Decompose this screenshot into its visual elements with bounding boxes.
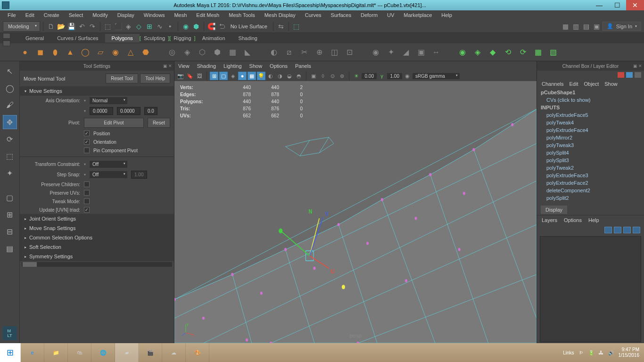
vp-color-icon[interactable]: ◉ xyxy=(403,72,412,80)
cb-menu-object[interactable]: Object xyxy=(584,81,599,87)
vp-colorspace-dropdown[interactable]: sRGB gamma xyxy=(413,73,460,79)
vp-bookmark-icon[interactable]: 🔖 xyxy=(186,72,194,80)
layer-new-sel-icon[interactable] xyxy=(633,227,640,233)
tab-general[interactable]: General xyxy=(19,34,50,42)
select-object-icon[interactable]: ⬛ xyxy=(114,22,123,31)
prism-icon[interactable]: ⬣ xyxy=(140,46,152,58)
maximize-button[interactable]: ☐ xyxy=(608,0,626,10)
save-scene-icon[interactable]: 💾 xyxy=(67,22,76,31)
axis-z-field[interactable]: 0.0 xyxy=(144,107,157,115)
tab-sculpting[interactable]: Sculpting xyxy=(141,34,168,42)
snap-curve-icon[interactable]: ∿ xyxy=(155,22,165,31)
undo-icon[interactable]: ↶ xyxy=(77,22,87,31)
vp-ao-icon[interactable]: ◑ xyxy=(276,72,284,80)
cone-icon[interactable]: ▲ xyxy=(64,46,76,58)
vp-menu-shading[interactable]: Shading xyxy=(197,63,216,69)
vp-gamma-icon[interactable]: γ xyxy=(378,72,386,80)
preserve-children-checkbox[interactable] xyxy=(84,181,90,187)
scale-tool[interactable]: ⬚ xyxy=(3,149,17,163)
menu-uv[interactable]: UV xyxy=(382,11,399,19)
tb-chrome-icon[interactable]: 🌐 xyxy=(91,343,115,362)
vp-camera-icon[interactable]: 📷 xyxy=(176,72,185,80)
preserve-uvs-checkbox[interactable] xyxy=(84,190,90,196)
menu-create[interactable]: Create xyxy=(39,11,64,19)
vp-menu-options[interactable]: Options xyxy=(270,63,288,69)
smooth-icon[interactable]: ◐ xyxy=(268,46,280,58)
cb-menu-channels[interactable]: Channels xyxy=(542,81,563,87)
rotate-tool[interactable]: ⟳ xyxy=(3,132,17,146)
input-item[interactable]: polySplit2 xyxy=(537,194,644,202)
tb-volume-icon[interactable]: 🔊 xyxy=(608,350,614,355)
vp-texture-icon[interactable]: ▦ xyxy=(248,72,256,80)
input-item[interactable]: deleteComponent2 xyxy=(537,187,644,194)
close-panel-icon[interactable]: ✕ xyxy=(638,64,642,68)
tab-curves[interactable]: Curves / Surfaces xyxy=(50,34,105,42)
cvs-item[interactable]: CVs (click to show) xyxy=(537,96,644,104)
display-tab[interactable]: Display xyxy=(541,206,567,214)
isolate-icon[interactable]: ⬚ xyxy=(292,22,301,31)
vp-aa-icon[interactable]: ◓ xyxy=(295,72,303,80)
cb-menu-edit[interactable]: Edit xyxy=(569,81,578,87)
signin-button[interactable]: 👤 Sign In ▾ xyxy=(603,22,641,31)
cb-menu-show[interactable]: Show xyxy=(604,81,618,87)
redo-icon[interactable]: ↷ xyxy=(88,22,97,31)
separate-icon[interactable]: ◈ xyxy=(181,46,193,58)
layers-menu-layers[interactable]: Layers xyxy=(542,217,557,223)
menu-help[interactable]: Help xyxy=(437,11,457,19)
layer-new-icon[interactable] xyxy=(623,227,631,233)
last-tool[interactable]: ✦ xyxy=(3,166,17,180)
menu-modify[interactable]: Modify xyxy=(88,11,112,19)
reset-tool-button[interactable]: Reset Tool xyxy=(106,74,138,83)
cb-red-icon[interactable] xyxy=(618,72,624,78)
boolean-icon[interactable]: ⬡ xyxy=(196,46,208,58)
vp-menu-view[interactable]: View xyxy=(178,63,190,69)
open-scene-icon[interactable]: 📂 xyxy=(57,22,66,31)
shelf-gear-icon[interactable] xyxy=(3,41,10,46)
move-snap-header[interactable]: Move Snap Settings xyxy=(20,223,174,233)
viewport-3d[interactable]: N V U Verts:4404402 Edges:8788780 Polygo… xyxy=(174,81,537,343)
paint-tool[interactable]: 🖌 xyxy=(3,98,17,112)
insert-icon[interactable]: ◫ xyxy=(328,46,340,58)
panel4-icon[interactable]: ▣ xyxy=(592,22,602,31)
vp-exposure-field[interactable]: 0.00 xyxy=(362,73,377,79)
input-item[interactable]: polyTweak4 xyxy=(537,119,644,126)
menu-marketplace[interactable]: Marketplace xyxy=(399,11,437,19)
menu-display[interactable]: Display xyxy=(113,11,139,19)
dock-icon[interactable]: ▣ xyxy=(163,64,167,68)
layers-menu-options[interactable]: Options xyxy=(564,217,582,223)
select-template-icon[interactable]: ◇ xyxy=(134,22,144,31)
vp-grid-icon[interactable]: ⊞ xyxy=(210,72,218,80)
history-icon[interactable]: ◉ xyxy=(181,22,190,31)
orientation-checkbox[interactable] xyxy=(84,139,90,145)
menu-meshdisplay[interactable]: Mesh Display xyxy=(260,11,300,19)
move-tool[interactable]: ✥ xyxy=(3,115,17,129)
minimize-button[interactable]: — xyxy=(590,0,608,10)
resurrect-icon[interactable]: ⮌ xyxy=(217,22,227,31)
single-view-icon[interactable]: ▢ xyxy=(3,190,17,205)
start-button[interactable]: ⊞ xyxy=(0,343,21,362)
vp-gamma-field[interactable]: 1.00 xyxy=(387,73,402,79)
vp-shadow-icon[interactable]: ◐ xyxy=(266,72,275,80)
multicut-icon[interactable]: ✂ xyxy=(298,46,310,58)
unlock-icon[interactable]: ▧ xyxy=(547,46,559,58)
lasso-tool[interactable]: ◯ xyxy=(3,81,17,95)
panel3-icon[interactable]: ▤ xyxy=(582,22,591,31)
dock-icon[interactable]: ▣ xyxy=(633,64,637,68)
sculpt-icon[interactable]: ◉ xyxy=(370,46,382,58)
soft-selection-header[interactable]: Soft Selection xyxy=(20,242,174,252)
vp-shade-icon[interactable]: ● xyxy=(238,72,247,80)
menu-meshtools[interactable]: Mesh Tools xyxy=(224,11,259,19)
vp-exposure-icon[interactable]: ☀ xyxy=(352,72,361,80)
position-checkbox[interactable] xyxy=(84,131,90,136)
four-view-icon[interactable]: ⊞ xyxy=(3,207,17,222)
axis-orient-dropdown[interactable]: Normal xyxy=(90,97,127,104)
vp-motion-icon[interactable]: ◒ xyxy=(285,72,294,80)
input-item[interactable]: polySplit3 xyxy=(537,156,644,164)
tb-clock[interactable]: 9:47 PM 1/15/2016 xyxy=(619,347,640,358)
cylinder-icon[interactable]: ⬮ xyxy=(49,46,61,58)
step-snap-dropdown[interactable]: Off xyxy=(90,171,127,178)
panel1-icon[interactable]: ▦ xyxy=(561,22,570,31)
menu-file[interactable]: File xyxy=(3,11,21,19)
input-item[interactable]: polyTweak2 xyxy=(537,164,644,172)
tb-explorer-icon[interactable]: 📁 xyxy=(44,343,68,362)
